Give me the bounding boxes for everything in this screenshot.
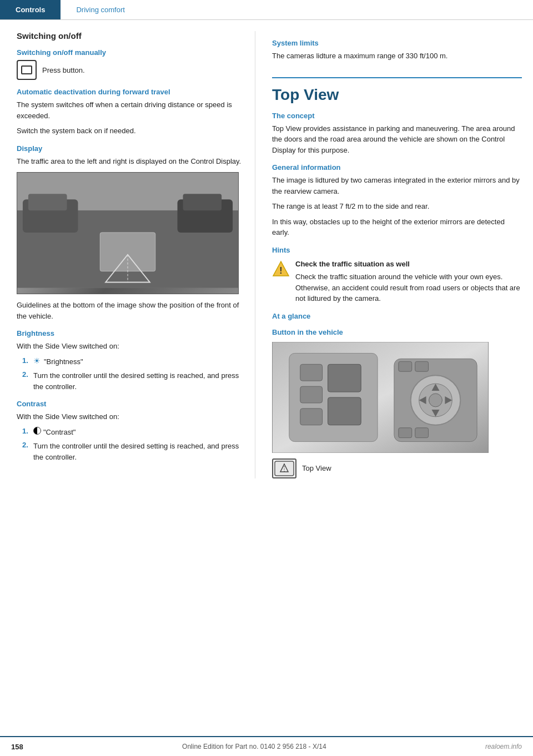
top-view-label-row: Top View — [272, 458, 522, 478]
brightness-step2-item: 2. Turn the controller until the desired… — [22, 370, 244, 392]
brightness-list: 1. ☀ "Brightness" 2. Turn the controller… — [22, 356, 244, 392]
switching-manual-subtitle: Switching on/off manually — [17, 48, 244, 57]
top-view-label: Top View — [302, 464, 331, 472]
svg-rect-15 — [300, 386, 323, 403]
right-column: System limits The cameras lidture a maxi… — [255, 31, 533, 478]
top-view-small-icon — [274, 461, 294, 476]
vehicle-btn-svg — [273, 342, 488, 453]
svg-rect-4 — [28, 194, 67, 210]
hints-line1: Check the traffic situation as well — [295, 259, 522, 270]
brightness-sun-icon: ☀ — [33, 356, 41, 365]
contrast-step2-text: Turn the controller until the desired se… — [33, 441, 244, 462]
warning-triangle-icon: ! — [272, 260, 290, 278]
brightness-num2: 2. — [22, 370, 33, 379]
top-view-heading: Top View — [272, 86, 522, 104]
contrast-num1: 1. — [22, 427, 33, 435]
display-text: The traffic area to the left and right i… — [17, 156, 244, 167]
tab-controls[interactable]: Controls — [0, 0, 61, 19]
top-view-icon-box — [272, 458, 296, 478]
brightness-step2-text: Turn the controller until the desired se… — [33, 370, 244, 392]
contrast-subtitle: Contrast — [17, 400, 244, 408]
contrast-intro: With the Side View switched on: — [17, 411, 244, 422]
page-footer: 158 Online Edition for Part no. 0140 2 9… — [0, 736, 533, 756]
auto-deactivation-text2: Switch the system back on if needed. — [17, 125, 244, 137]
contrast-list: 1. "Contrast" 2. Turn the controller unt… — [22, 427, 244, 463]
auto-deactivation-subtitle: Automatic deactivation during forward tr… — [17, 88, 244, 96]
the-concept-text: Top View provides assistance in parking … — [272, 123, 522, 156]
brightness-step1-text: "Brightness" — [44, 356, 83, 367]
vehicle-button-image — [272, 342, 489, 453]
svg-rect-28 — [415, 361, 429, 371]
press-button-row: Press button. — [17, 60, 244, 80]
hints-text: Check the traffic situation around the v… — [295, 271, 522, 304]
contrast-step1-text: "Contrast" — [43, 427, 76, 438]
svg-text:!: ! — [279, 266, 282, 275]
brightness-intro: With the Side View switched on: — [17, 341, 244, 352]
page-number: 158 — [11, 743, 23, 751]
general-info-text1: The image is lidtured by two cameras int… — [272, 175, 522, 196]
footer-logo: realoem.info — [485, 743, 522, 750]
button-in-vehicle-subtitle: Button in the vehicle — [272, 328, 522, 336]
hint-content: Check the traffic situation as well Chec… — [295, 259, 522, 304]
svg-rect-30 — [415, 427, 429, 437]
general-info-text2: The range is at least 7 ft/2 m to the si… — [272, 201, 522, 212]
press-button-text: Press button. — [42, 66, 85, 74]
the-concept-subtitle: The concept — [272, 112, 522, 120]
brightness-num1: 1. — [22, 356, 33, 365]
svg-rect-29 — [399, 427, 412, 437]
left-column: Switching on/off Switching on/off manual… — [0, 31, 255, 478]
contrast-num2: 2. — [22, 441, 33, 449]
display-subtitle: Display — [17, 144, 244, 153]
system-limits-subtitle: System limits — [272, 39, 522, 47]
brightness-subtitle: Brightness — [17, 329, 244, 337]
display-svg — [17, 172, 238, 288]
tab-driving-comfort[interactable]: Driving comfort — [61, 0, 140, 19]
svg-rect-27 — [399, 361, 412, 371]
at-a-glance-subtitle: At a glance — [272, 312, 522, 320]
main-content: Switching on/off Switching on/off manual… — [0, 20, 533, 478]
contrast-step2-item: 2. Turn the controller until the desired… — [22, 441, 244, 462]
svg-point-26 — [429, 394, 443, 407]
svg-rect-16 — [300, 408, 323, 425]
page-header: Controls Driving comfort — [0, 0, 533, 20]
auto-deactivation-text1: The system switches off when a certain d… — [17, 99, 244, 121]
svg-rect-17 — [328, 364, 361, 392]
display-image-inner — [17, 173, 238, 294]
footer-edition: Online Edition for Part no. 0140 2 956 2… — [182, 743, 326, 750]
button-icon — [17, 60, 37, 80]
top-view-separator — [272, 77, 522, 78]
svg-rect-18 — [328, 397, 361, 425]
button-icon-inner — [21, 65, 32, 74]
display-image — [17, 172, 239, 294]
brightness-step1-item: 1. ☀ "Brightness" — [22, 356, 244, 367]
hints-subtitle: Hints — [272, 246, 522, 254]
general-info-text3: In this way, obstacles up to the height … — [272, 216, 522, 238]
contrast-circle-icon — [33, 427, 41, 435]
display-caption: Guidelines at the bottom of the image sh… — [17, 300, 244, 321]
general-info-subtitle: General information — [272, 163, 522, 172]
svg-rect-6 — [183, 194, 222, 210]
svg-rect-14 — [300, 364, 323, 381]
system-limits-text: The cameras lidture a maximum range of 3… — [272, 51, 522, 62]
hint-box: ! Check the traffic situation as well Ch… — [272, 259, 522, 304]
svg-rect-7 — [100, 233, 155, 271]
contrast-step1-item: 1. "Contrast" — [22, 427, 244, 438]
switching-title: Switching on/off — [17, 31, 244, 41]
